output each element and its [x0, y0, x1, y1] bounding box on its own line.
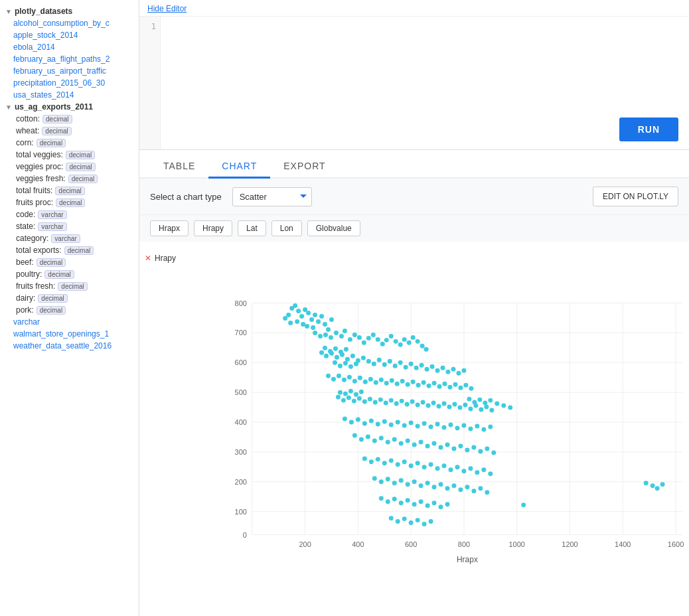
svg-point-74 — [398, 343, 403, 347]
col-pill-globvalue[interactable]: Globvalue — [307, 220, 360, 236]
svg-point-260 — [445, 502, 450, 506]
sidebar-item-walmart[interactable]: walmart_store_openings_1 — [0, 328, 139, 340]
svg-point-224 — [442, 463, 447, 468]
chart-type-select[interactable]: Scatter Line Bar Pie Histogram — [232, 187, 312, 206]
col-pill-lon[interactable]: Lon — [271, 220, 302, 236]
type-badge: decimal — [37, 139, 66, 147]
type-badge: decimal — [44, 270, 74, 279]
sidebar-child-fruits-proc: fruits proc: decimal — [0, 196, 139, 208]
col-pill-lat[interactable]: Lat — [238, 220, 266, 236]
edit-on-plotly-button[interactable]: EDIT ON PLOT.LY — [593, 187, 678, 206]
sidebar-item-varchar[interactable]: varchar — [0, 316, 139, 328]
svg-point-229 — [475, 470, 479, 475]
tab-export[interactable]: EXPORT — [270, 155, 339, 179]
svg-point-288 — [467, 397, 471, 402]
svg-point-53 — [323, 322, 327, 327]
sidebar-item-alcohol[interactable]: alcohol_consumption_by_c — [0, 17, 139, 29]
svg-point-115 — [358, 376, 362, 380]
field-label: dairy: — [16, 293, 35, 303]
svg-point-128 — [427, 384, 431, 388]
code-input[interactable] — [161, 17, 689, 149]
sidebar-item-us-ag[interactable]: ▼ us_ag_exports_2011 — [0, 101, 139, 113]
svg-point-165 — [484, 405, 489, 410]
sidebar-item-ebola[interactable]: ebola_2014 — [0, 41, 139, 53]
svg-point-281 — [348, 364, 353, 369]
svg-point-90 — [366, 359, 371, 364]
col-pill-hrapy[interactable]: Hrapy — [194, 220, 232, 236]
sidebar-item-usa[interactable]: usa_states_2014 — [0, 89, 139, 101]
sidebar-root-plotly-datasets[interactable]: ▼ plotly_datasets — [0, 5, 139, 17]
svg-point-68 — [371, 333, 376, 337]
tab-chart[interactable]: CHART — [208, 155, 270, 179]
svg-point-254 — [406, 498, 410, 502]
svg-point-67 — [366, 336, 371, 341]
svg-text:600: 600 — [235, 358, 247, 366]
sidebar-item-feb-aa[interactable]: february_aa_flight_paths_2 — [0, 53, 139, 65]
svg-point-186 — [468, 427, 473, 431]
svg-point-139 — [346, 396, 351, 400]
svg-text:0: 0 — [243, 531, 247, 539]
sidebar-item-weather[interactable]: weather_data_seattle_2016 — [0, 340, 139, 352]
svg-point-126 — [416, 383, 421, 388]
svg-point-77 — [411, 335, 416, 340]
sidebar-item-apple[interactable]: apple_stock_2014 — [0, 29, 139, 41]
sidebar-child-poultry: poultry: decimal — [0, 268, 139, 280]
run-button[interactable]: RUN — [619, 117, 678, 141]
svg-point-203 — [439, 445, 443, 449]
svg-point-100 — [420, 363, 424, 368]
svg-point-215 — [382, 461, 387, 465]
sidebar-item-feb-us[interactable]: february_us_airport_traffic — [0, 65, 139, 77]
sidebar-child-total-veggies: total veggies: decimal — [0, 149, 139, 161]
svg-point-209 — [478, 449, 483, 453]
hide-editor-button[interactable]: Hide Editor — [139, 0, 194, 16]
svg-point-289 — [472, 400, 477, 405]
svg-point-140 — [352, 399, 356, 404]
svg-point-180 — [429, 425, 433, 429]
type-badge: decimal — [66, 163, 95, 171]
svg-point-40 — [299, 314, 304, 319]
svg-text:1400: 1400 — [615, 540, 631, 548]
svg-point-294 — [501, 404, 506, 408]
type-badge: decimal — [42, 115, 72, 123]
svg-point-214 — [376, 457, 380, 461]
legend-label: Hrapy — [155, 254, 176, 263]
type-badge: decimal — [38, 294, 67, 303]
svg-point-76 — [407, 341, 412, 345]
svg-point-145 — [378, 398, 383, 402]
svg-point-107 — [456, 371, 461, 376]
svg-point-63 — [348, 337, 352, 342]
svg-point-120 — [384, 381, 389, 386]
sidebar-child-veggies-proc: veggies proc: decimal — [0, 161, 139, 173]
svg-point-213 — [369, 459, 374, 464]
svg-point-187 — [475, 424, 479, 429]
svg-text:400: 400 — [235, 418, 247, 426]
svg-text:500: 500 — [235, 388, 247, 396]
tab-table[interactable]: TABLE — [150, 155, 208, 179]
svg-text:300: 300 — [235, 448, 247, 456]
svg-point-275 — [348, 389, 353, 394]
svg-point-226 — [455, 465, 459, 469]
field-label: veggies proc: — [16, 162, 63, 171]
svg-point-245 — [458, 487, 463, 492]
svg-point-106 — [451, 367, 455, 372]
svg-text:200: 200 — [299, 540, 311, 548]
sidebar-item-precip[interactable]: precipitation_2015_06_30 — [0, 77, 139, 89]
svg-point-138 — [341, 398, 346, 403]
svg-point-158 — [447, 405, 452, 410]
legend-item-hrapy: ✕ Hrapy — [145, 254, 207, 263]
svg-point-65 — [357, 335, 362, 340]
svg-point-218 — [402, 459, 407, 464]
svg-point-109 — [326, 374, 331, 378]
svg-point-182 — [442, 425, 447, 430]
svg-point-284 — [328, 349, 333, 354]
code-editor: 1 — [139, 16, 689, 149]
field-label: category: — [16, 234, 48, 243]
svg-point-184 — [455, 426, 459, 431]
svg-point-276 — [354, 392, 358, 397]
svg-text:1600: 1600 — [668, 540, 684, 548]
svg-point-47 — [295, 319, 299, 324]
svg-point-248 — [478, 486, 483, 491]
svg-point-78 — [416, 339, 420, 344]
svg-point-73 — [394, 339, 398, 344]
col-pill-hrapx[interactable]: Hrapx — [150, 220, 189, 236]
